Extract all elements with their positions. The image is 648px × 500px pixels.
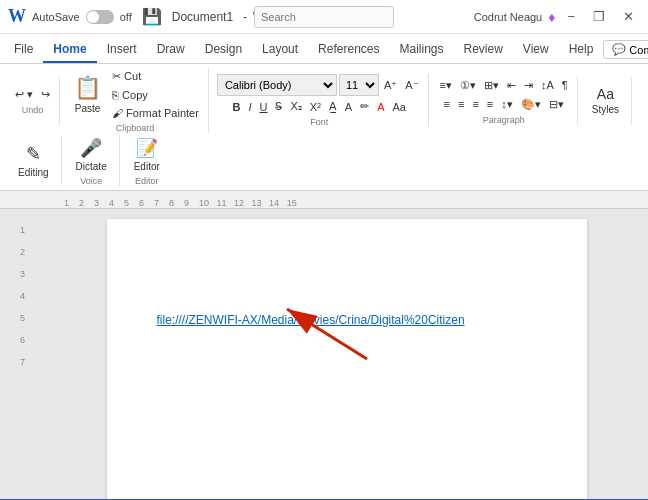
- tab-file[interactable]: File: [4, 36, 43, 63]
- font-group: Calibri (Body) 11 A⁺ A⁻ B I U S̶ X₂ X² A…: [211, 74, 429, 127]
- line-spacing-button[interactable]: ↕▾: [498, 96, 516, 113]
- editing-group: ✎ Editing: [6, 137, 62, 185]
- gutter-mark-7: 7: [20, 351, 25, 373]
- page-scroll-area[interactable]: file:////ZENWIFI-AX/Media/Movies/Crina/D…: [45, 209, 648, 499]
- align-center-button[interactable]: ≡: [455, 96, 467, 112]
- editor-button[interactable]: 📝 Editor: [128, 135, 166, 174]
- empty-paragraph: [157, 249, 537, 263]
- tab-review[interactable]: Review: [454, 36, 513, 63]
- bullets-button[interactable]: ≡▾: [437, 77, 455, 94]
- underline-button[interactable]: U: [257, 99, 271, 115]
- restore-button[interactable]: ❐: [587, 7, 611, 26]
- word-logo-icon: W: [8, 6, 26, 27]
- autosave-toggle[interactable]: [86, 10, 114, 24]
- sort-button[interactable]: ↕A: [538, 77, 557, 93]
- editor-group-label: Editor: [135, 176, 159, 186]
- paste-icon: 📋: [74, 75, 101, 101]
- editing-button[interactable]: ✎ Editing: [12, 141, 55, 180]
- tab-design[interactable]: Design: [195, 36, 252, 63]
- multilevel-button[interactable]: ⊞▾: [481, 77, 502, 94]
- numbering-button[interactable]: ①▾: [457, 77, 479, 94]
- tab-home[interactable]: Home: [43, 36, 96, 63]
- strikethrough-button[interactable]: S̶: [272, 98, 285, 115]
- gutter-mark-4: 4: [20, 285, 25, 307]
- autosave-state: off: [120, 11, 132, 23]
- mic-icon: 🎤: [80, 137, 102, 159]
- change-case-button[interactable]: Aa: [389, 99, 408, 115]
- shading-button[interactable]: 🎨▾: [518, 96, 544, 113]
- copy-button[interactable]: ⎘ Copy: [109, 87, 202, 103]
- cut-button[interactable]: ✂ Cut: [109, 68, 202, 85]
- gutter-mark-2: 2: [20, 241, 25, 263]
- editing-icon: ✎: [26, 143, 41, 165]
- align-left-button[interactable]: ≡: [441, 96, 453, 112]
- font-color-button[interactable]: A: [374, 99, 387, 115]
- tab-layout[interactable]: Layout: [252, 36, 308, 63]
- main-area: 1 2 3 4 5 6 7 file:////ZENWIFI-AX/Media/…: [0, 209, 648, 499]
- undo-button[interactable]: ↩ ▾: [12, 86, 36, 103]
- comments-label: Comments: [629, 44, 648, 56]
- italic-button[interactable]: I: [245, 99, 254, 115]
- font-label: Font: [310, 117, 328, 127]
- comments-icon: 💬: [612, 43, 626, 56]
- gutter-mark-3: 3: [20, 263, 25, 285]
- paste-label: Paste: [75, 103, 101, 114]
- editor-icon: 📝: [136, 137, 158, 159]
- doc-title: Document1: [172, 10, 233, 24]
- border-button[interactable]: ⊟▾: [546, 96, 567, 113]
- bold-button[interactable]: B: [229, 99, 243, 115]
- font-family-select[interactable]: Calibri (Body): [217, 74, 337, 96]
- svg-line-1: [287, 309, 367, 359]
- clear-format-button[interactable]: A̲: [326, 98, 340, 115]
- left-gutter: 1 2 3 4 5 6 7: [0, 209, 45, 499]
- search-input[interactable]: [254, 6, 394, 28]
- title-bar: W AutoSave off 💾 Document1 - Word Codrut…: [0, 0, 648, 34]
- minimize-button[interactable]: −: [561, 7, 581, 26]
- styles-label: Styles: [592, 104, 619, 115]
- tab-mailings[interactable]: Mailings: [389, 36, 453, 63]
- title-bar-center: [254, 6, 394, 28]
- gutter-mark-5: 5: [20, 307, 25, 329]
- save-icon[interactable]: 💾: [142, 7, 162, 26]
- styles-icon: Aа: [597, 86, 614, 102]
- undo-label: Undo: [22, 105, 44, 115]
- show-marks-button[interactable]: ¶: [559, 77, 571, 93]
- ribbon-tab-actions: 💬 Comments ▾ Share: [603, 40, 648, 63]
- paste-button[interactable]: 📋 Paste: [68, 73, 107, 116]
- decrease-font-button[interactable]: A⁻: [402, 77, 421, 94]
- increase-indent-button[interactable]: ⇥: [521, 77, 536, 94]
- dictate-button[interactable]: 🎤 Dictate: [70, 135, 113, 174]
- ruler: 1 2 3 4 5 6 7 8 9 10 11 12 13 14 15: [0, 191, 648, 209]
- ribbon-toolbar: ↩ ▾ ↪ Undo 📋 Paste ✂ Cut ⎘ Copy 🖌 Format…: [0, 64, 648, 191]
- styles-group: Aа Styles: [580, 77, 632, 125]
- paragraph-group: ≡▾ ①▾ ⊞▾ ⇤ ⇥ ↕A ¶ ≡ ≡ ≡ ≡ ↕▾ 🎨▾ ⊟▾ Parag…: [431, 77, 578, 125]
- tab-view[interactable]: View: [513, 36, 559, 63]
- tab-references[interactable]: References: [308, 36, 389, 63]
- tab-draw[interactable]: Draw: [147, 36, 195, 63]
- clipboard-label: Clipboard: [116, 123, 155, 133]
- redo-button[interactable]: ↪: [38, 86, 53, 103]
- diamond-icon: ♦: [548, 9, 555, 25]
- undo-group: ↩ ▾ ↪ Undo: [6, 77, 60, 125]
- justify-button[interactable]: ≡: [484, 96, 496, 112]
- tab-insert[interactable]: Insert: [97, 36, 147, 63]
- format-painter-button[interactable]: 🖌 Format Painter: [109, 105, 202, 121]
- decrease-indent-button[interactable]: ⇤: [504, 77, 519, 94]
- styles-button[interactable]: Aа Styles: [586, 84, 625, 117]
- font-size-select[interactable]: 11: [339, 74, 379, 96]
- tab-help[interactable]: Help: [559, 36, 604, 63]
- text-highlight-button[interactable]: ✏: [357, 98, 372, 115]
- title-bar-left: W AutoSave off 💾 Document1 - Word: [8, 6, 474, 27]
- gutter-mark-6: 6: [20, 329, 25, 351]
- text-effect-button[interactable]: A: [342, 99, 355, 115]
- clipboard-group: 📋 Paste ✂ Cut ⎘ Copy 🖌 Format Painter Cl…: [62, 68, 209, 133]
- superscript-button[interactable]: X²: [307, 99, 324, 115]
- increase-font-button[interactable]: A⁺: [381, 77, 400, 94]
- subscript-button[interactable]: X₂: [287, 98, 304, 115]
- ribbon-tabs: File Home Insert Draw Design Layout Refe…: [0, 34, 648, 64]
- align-right-button[interactable]: ≡: [469, 96, 481, 112]
- title-bar-right: Codrut Neagu ♦ − ❐ ✕: [474, 7, 640, 26]
- close-button[interactable]: ✕: [617, 7, 640, 26]
- user-name: Codrut Neagu: [474, 11, 543, 23]
- comments-button[interactable]: 💬 Comments ▾: [603, 40, 648, 59]
